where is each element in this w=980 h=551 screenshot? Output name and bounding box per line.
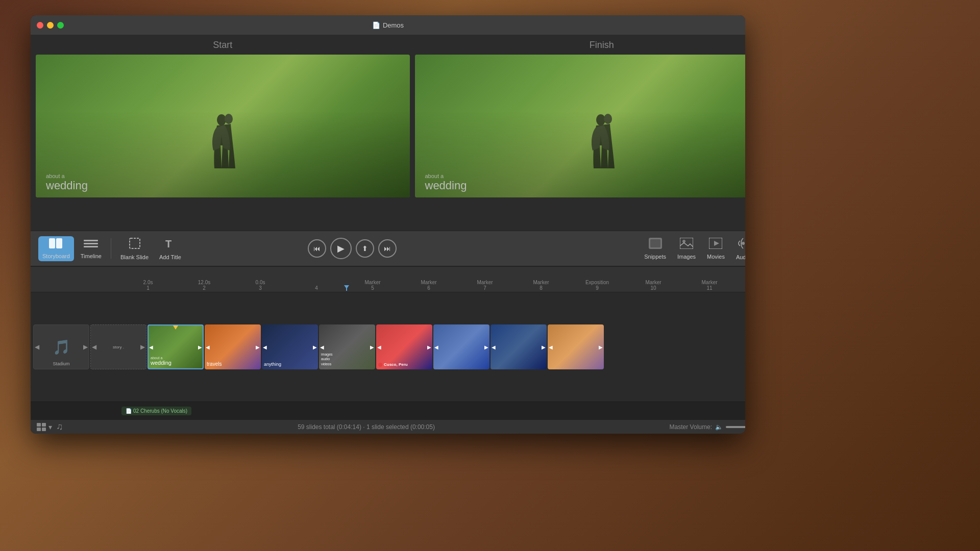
time-col-3: 0.0s 3 bbox=[232, 280, 288, 291]
add-title-icon: T bbox=[164, 237, 176, 253]
add-title-button[interactable]: T Add Title bbox=[155, 235, 185, 262]
audio-items: 📄 02 Cherubs (No Vocals) bbox=[121, 407, 191, 415]
slides-scroll[interactable]: 🎵 ◀ ▶ Stadium ◀ ▶ story . bbox=[31, 292, 745, 402]
time-col-7: Marker 7 bbox=[457, 280, 513, 291]
svg-text:T: T bbox=[165, 238, 172, 249]
prev-arrow-wedding[interactable]: ◀ bbox=[149, 344, 153, 350]
next-arrow[interactable]: ▶ bbox=[83, 343, 88, 350]
start-img-bg: about a wedding bbox=[36, 55, 410, 197]
start-label: Start bbox=[213, 40, 232, 51]
window-title: 📄 Demos bbox=[372, 21, 404, 29]
blank-slide-button[interactable]: Blank Slide bbox=[116, 235, 153, 262]
export-button[interactable]: ⬆ bbox=[356, 239, 374, 258]
playhead-arrow bbox=[344, 285, 349, 289]
playhead-line bbox=[346, 285, 347, 291]
svg-rect-7 bbox=[84, 243, 98, 244]
slide-thumb-city2[interactable]: ◀ ▶ bbox=[491, 324, 547, 369]
slide-thumb-city3[interactable]: ◀ ▶ bbox=[548, 324, 604, 369]
close-button[interactable] bbox=[37, 22, 43, 29]
images-button[interactable]: Images bbox=[672, 236, 701, 262]
slide-thumb-wedding[interactable]: ◀ ▶ about a wedding bbox=[148, 324, 204, 369]
title-icon: 📄 bbox=[372, 21, 380, 29]
volume-area: Master Volume: 🔈 🔊 bbox=[670, 423, 745, 431]
toolbar: Storyboard Timeline Blank Slide bbox=[31, 231, 745, 266]
media-text: imagesaudiovideos bbox=[321, 352, 333, 367]
svg-point-16 bbox=[742, 242, 745, 245]
cusco-text-area: Cusco, Peru bbox=[378, 362, 408, 367]
bottom-section: 2.0s 1 12.0s 2 0.0s 3 4 bbox=[31, 266, 745, 419]
couple-silhouette-start bbox=[202, 110, 243, 176]
toolbar-right: Snippets Images Movies bbox=[639, 235, 745, 262]
music-label: Stadium bbox=[34, 358, 89, 367]
travels-text: travels bbox=[207, 361, 222, 367]
audio-label-cherubs: 02 Cherubs (No Vocals) bbox=[133, 408, 187, 414]
time-col-9: Exposition 9 bbox=[569, 280, 625, 291]
slide-thumb-anything[interactable]: ◀ ▶ anything bbox=[262, 324, 318, 369]
start-panel: Start about a we bbox=[36, 40, 410, 226]
minimize-button[interactable] bbox=[47, 22, 54, 29]
main-content: Start about a we bbox=[31, 35, 745, 434]
story-text: story . bbox=[111, 343, 126, 352]
couple-silhouette-finish bbox=[581, 110, 622, 176]
play-button[interactable]: ▶ bbox=[330, 238, 352, 259]
storyboard-label: Storyboard bbox=[42, 253, 70, 259]
blank-slide-label: Blank Slide bbox=[120, 254, 149, 260]
svg-rect-5 bbox=[56, 238, 62, 248]
movies-icon bbox=[709, 238, 722, 252]
snippets-label: Snippets bbox=[644, 254, 666, 260]
snippets-button[interactable]: Snippets bbox=[639, 236, 671, 262]
preview-panels: Start about a we bbox=[31, 35, 745, 231]
time-col-12: Marker 12 bbox=[738, 280, 745, 291]
prev-arrow-story[interactable]: ◀ bbox=[92, 343, 96, 350]
svg-point-2 bbox=[596, 114, 605, 126]
rewind-button[interactable]: ⏮ bbox=[308, 239, 326, 258]
slide-thumb-travels[interactable]: ◀ ▶ travels bbox=[205, 324, 261, 369]
next-arrow-story[interactable]: ▶ bbox=[140, 343, 145, 350]
main-window: 📄 Demos Start bbox=[31, 15, 745, 434]
music-control-icon[interactable]: ♫ bbox=[56, 421, 63, 432]
traffic-lights bbox=[37, 22, 64, 29]
slide-thumb-city1[interactable]: ◀ ▶ bbox=[433, 324, 489, 369]
audio-track: 📄 02 Cherubs (No Vocals) bbox=[31, 402, 745, 419]
time-col-2: 12.0s 2 bbox=[176, 280, 232, 291]
svg-rect-6 bbox=[84, 240, 98, 241]
dropdown-arrow-icon[interactable]: ▾ bbox=[48, 423, 52, 431]
storyboard-button[interactable]: Storyboard bbox=[38, 236, 74, 261]
preview-area: Start about a we bbox=[31, 35, 745, 434]
playback-controls: ⏮ ▶ ⬆ ⏭ bbox=[308, 238, 397, 259]
svg-point-3 bbox=[604, 114, 612, 124]
slide-thumb-cusco[interactable]: ◀ ▶ Cusco, Peru bbox=[376, 324, 432, 369]
volume-label: Master Volume: bbox=[670, 423, 712, 431]
titlebar: 📄 Demos bbox=[31, 15, 745, 35]
maximize-button[interactable] bbox=[57, 22, 64, 29]
svg-point-1 bbox=[225, 114, 233, 124]
volume-slider[interactable] bbox=[726, 426, 745, 428]
audio-item-cherubs[interactable]: 📄 02 Cherubs (No Vocals) bbox=[121, 407, 191, 415]
prev-arrow[interactable]: ◀ bbox=[35, 343, 39, 350]
audio-icon bbox=[738, 237, 745, 253]
anything-text: anything bbox=[264, 362, 281, 367]
finish-preview-image[interactable]: about a wedding bbox=[415, 55, 746, 197]
movies-label: Movies bbox=[707, 254, 725, 260]
next-arrow-wedding[interactable]: ▶ bbox=[198, 344, 202, 350]
svg-rect-19 bbox=[37, 428, 41, 431]
bottom-left-tools: ▾ ♫ bbox=[37, 421, 63, 432]
grid-view-icon[interactable] bbox=[37, 423, 47, 431]
images-label: Images bbox=[677, 254, 696, 260]
slide-thumb-music[interactable]: 🎵 ◀ ▶ Stadium bbox=[33, 324, 89, 369]
toolbar-divider-1 bbox=[111, 238, 111, 259]
slide-thumb-media[interactable]: ◀ ▶ imagesaudiovideos bbox=[319, 324, 375, 369]
start-preview-image[interactable]: about a wedding bbox=[36, 55, 410, 197]
fast-forward-button[interactable]: ⏭ bbox=[378, 239, 397, 258]
marker-row: 2.0s 1 12.0s 2 0.0s 3 4 bbox=[31, 280, 745, 291]
svg-rect-17 bbox=[37, 423, 41, 427]
movies-button[interactable]: Movies bbox=[702, 236, 730, 262]
blank-slide-icon bbox=[129, 237, 141, 253]
svg-rect-20 bbox=[42, 428, 46, 431]
svg-rect-9 bbox=[130, 238, 140, 248]
timeline-label: Timeline bbox=[81, 253, 102, 259]
slide-thumb-story[interactable]: ◀ ▶ story . bbox=[90, 324, 146, 369]
audio-button[interactable]: Audio bbox=[731, 235, 745, 262]
finish-panel: Finish about a wedding bbox=[415, 40, 746, 226]
timeline-button[interactable]: Timeline bbox=[77, 236, 106, 261]
